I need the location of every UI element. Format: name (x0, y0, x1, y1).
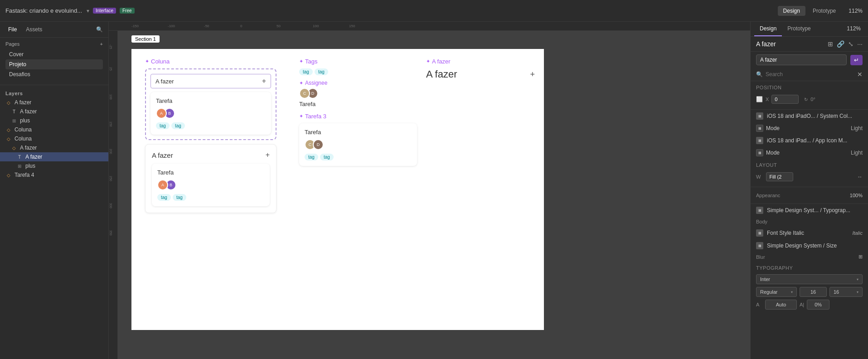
tarefa3-tags: tag tag (305, 154, 412, 160)
assignee-label: Assignee (305, 80, 327, 86)
font-family-row: Inter ▾ (756, 274, 863, 284)
layer-coluna-2[interactable]: ◇ Coluna (0, 134, 108, 143)
layer-afazer-nested[interactable]: ◇ A fazer (0, 143, 108, 152)
layer-afazer-text-active[interactable]: T A fazer (0, 152, 108, 161)
pages-add-icon[interactable]: + (100, 41, 103, 47)
task-card-2-tags: tag tag (157, 194, 264, 201)
lib1-row[interactable]: ⊞ iOS 18 and iPadO... / System Col... (751, 110, 868, 122)
free-badge: Free (120, 8, 135, 14)
page-projeto[interactable]: Projeto (5, 59, 103, 69)
ruler-mark-3: -50 (204, 24, 209, 28)
resize-icon[interactable]: ⤡ (848, 40, 853, 48)
fill-input[interactable] (766, 172, 793, 181)
layer-label-9: Tarefa 4 (15, 172, 105, 178)
layer-afazer-1[interactable]: ◇ A fazer (0, 98, 108, 107)
opacity-value: 100% (850, 193, 863, 198)
more-icon[interactable]: ··· (857, 40, 863, 48)
position-section: Position ⬜ X ↻ 0° (751, 81, 868, 110)
coluna-label: Coluna (151, 58, 170, 65)
layer-label-1: A fazer (15, 99, 105, 106)
font-size-dropdown[interactable]: 16 ▾ (829, 287, 863, 297)
font-weight-select[interactable]: Regular ▾ (756, 287, 797, 297)
layer-plus-2[interactable]: ⊞ plus (0, 161, 108, 170)
spacing-icon: A (756, 302, 762, 307)
task-card-1-avatars: A B (156, 108, 266, 119)
tarefa3-card: Tarefa C D tag tag (299, 123, 417, 166)
interface-badge: Interface (93, 8, 116, 14)
tab-prototype[interactable]: Prototype (807, 6, 841, 16)
layer-afazer-text-1[interactable]: T A fazer (0, 107, 108, 116)
assets-button[interactable]: Assets (23, 25, 45, 34)
font-family-caret: ▾ (857, 277, 858, 281)
afazer-input-row: A fazer + (150, 74, 271, 88)
page-cover[interactable]: Cover (5, 49, 103, 59)
lib2-row[interactable]: ⊞ iOS 18 and iPad... / App Icon M... (751, 134, 868, 147)
lib3-row[interactable]: ⊞ Simple Design Syst... / Typograp... (751, 204, 868, 217)
layer-label-5: Coluna (15, 136, 105, 142)
section-label-text: Section 1 (135, 36, 156, 42)
search-input[interactable] (766, 71, 854, 78)
ruler-mark-v4: 150 (109, 121, 112, 127)
search-close-icon[interactable]: ✕ (857, 71, 863, 78)
layer-label-3: plus (20, 117, 105, 124)
tags-col-label: Tags (305, 58, 317, 65)
lib4-row[interactable]: ⊞ Simple Design System / Size (751, 239, 868, 252)
font-style-row[interactable]: ⊞ Font Style Italic Italic (751, 227, 868, 239)
blur-row: Blur ⊞ (751, 252, 868, 262)
file-button[interactable]: File (5, 25, 19, 34)
letter-spacing-pct-input[interactable]: 0% (807, 300, 829, 310)
add-col2-button[interactable]: + (266, 151, 270, 159)
coluna-1-container: ✦ Coluna A fazer + Tarefa A (145, 58, 276, 140)
pages-header: Pages + (5, 41, 103, 47)
letter-spacing-input[interactable]: Auto (765, 300, 797, 310)
font-family-value: Inter (760, 277, 770, 282)
grid-icon[interactable]: ⊞ (828, 40, 833, 48)
align-left-icon[interactable]: ⬜ (756, 96, 763, 102)
afazer-main-title: A fazer (426, 68, 457, 80)
tags-col-header: ✦ Tags (299, 58, 417, 65)
ruler-mark-v2: 25 (109, 67, 112, 71)
ruler-mark-v6: 250 (109, 176, 112, 181)
lib2-path: iOS 18 and iPad... / App Icon M... (767, 137, 863, 144)
afazer-col-label: A fazer (432, 58, 450, 65)
x-input[interactable] (771, 95, 799, 104)
afazer-col2-title: A fazer (152, 151, 173, 159)
component-name-input[interactable] (756, 54, 847, 65)
rp-tab-prototype[interactable]: Prototype (782, 22, 816, 36)
add-afazer-button[interactable]: + (530, 70, 535, 79)
layer-label-8: plus (25, 163, 105, 169)
font-family-select[interactable]: Inter ▾ (756, 274, 863, 284)
chevron-down-icon: ▾ (87, 8, 89, 14)
rotation-icon: ↻ (804, 97, 808, 102)
search-icon[interactable]: 🔍 (96, 26, 103, 33)
layout-section: Layout W ↔ (751, 159, 868, 187)
font-style-label: Font Style Italic (767, 230, 849, 236)
layer-coluna-1[interactable]: ◇ Coluna (0, 125, 108, 134)
typography-label: Typography (756, 265, 863, 271)
layer-plus-1[interactable]: ⊞ plus (0, 116, 108, 125)
apply-button[interactable]: ↵ (850, 55, 863, 65)
layer-tarefa4[interactable]: ◇ Tarefa 4 (0, 170, 108, 180)
blur-expand-icon[interactable]: ⊞ (858, 254, 863, 260)
app-title: Fastask: criando e evoluind... (5, 7, 82, 14)
frame-icon-1: ⊞ (11, 117, 17, 124)
coluna-header: ✦ Coluna (145, 58, 276, 65)
rp-search-row: 🔍 ✕ (751, 68, 868, 81)
task-card-1: Tarefa A B tag tag (150, 92, 271, 135)
tab-design[interactable]: Design (778, 6, 805, 16)
link-icon[interactable]: 🔗 (837, 40, 844, 48)
afazer-col-container: ✦ A fazer A fazer + (426, 58, 535, 86)
ruler-mark-2: -100 (168, 24, 175, 28)
rp-tab-design[interactable]: Design (754, 22, 782, 36)
task-card-1-tags: tag tag (156, 122, 266, 129)
mode-value-2: Light (851, 150, 863, 156)
afazer-col-header: ✦ A fazer (426, 58, 535, 65)
font-size-input[interactable]: 16 (800, 287, 827, 297)
afazer-sparkle-icon: ✦ (426, 58, 430, 64)
blur-label: Blur (756, 254, 765, 260)
ruler-mark-7: 150 (349, 24, 355, 28)
add-task-button[interactable]: + (262, 77, 266, 85)
sidebar-top-header: File Assets 🔍 (0, 22, 108, 38)
tags-row: tag tag (299, 68, 417, 75)
page-desafios[interactable]: Desafios (5, 69, 103, 79)
